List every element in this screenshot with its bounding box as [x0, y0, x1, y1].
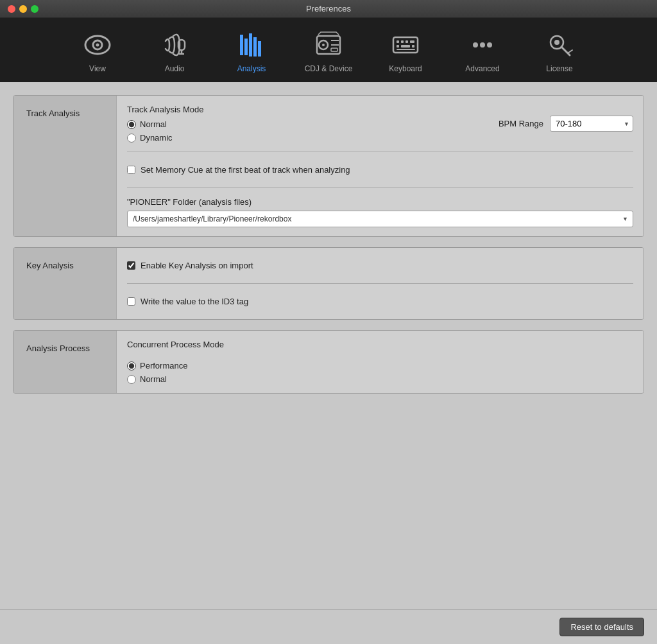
svg-rect-7: [244, 39, 248, 55]
license-icon: [545, 30, 574, 60]
radio-process-normal[interactable]: [127, 375, 136, 384]
radio-dynamic-label[interactable]: Dynamic: [127, 133, 203, 143]
svg-point-13: [322, 44, 325, 46]
svg-rect-18: [397, 40, 399, 43]
toolbar-item-advanced[interactable]: Advanced: [444, 26, 521, 77]
key-analysis-content: Enable Key Analysis on import Write the …: [116, 248, 644, 319]
svg-point-28: [487, 42, 492, 48]
toolbar-item-view[interactable]: View: [59, 26, 136, 77]
audio-label: Audio: [165, 64, 185, 73]
divider-3: [127, 283, 633, 284]
bottom-bar: Reset to defaults: [0, 609, 657, 644]
track-analysis-label: Track Analysis: [13, 96, 116, 236]
title-bar: Preferences: [0, 0, 657, 18]
svg-rect-16: [331, 48, 337, 51]
memory-cue-checkbox[interactable]: [127, 166, 135, 174]
toolbar-item-keyboard[interactable]: Keyboard: [367, 26, 444, 77]
svg-rect-6: [240, 35, 243, 55]
svg-rect-23: [401, 45, 410, 48]
radio-performance-label[interactable]: Performance: [127, 361, 633, 370]
svg-rect-20: [405, 40, 408, 43]
mode-radios: Normal Dynamic: [127, 119, 203, 143]
analysis-process-content: Concurrent Process Mode Performance Norm…: [116, 331, 644, 393]
maximize-button[interactable]: [31, 5, 38, 13]
svg-rect-10: [258, 41, 261, 57]
toolbar-item-audio[interactable]: Audio: [136, 26, 213, 77]
window-controls[interactable]: [8, 5, 38, 13]
toolbar-item-cdj[interactable]: CDJ & Device: [290, 26, 367, 77]
process-radios: Performance Normal: [127, 361, 633, 384]
window-title: Preferences: [306, 4, 351, 13]
svg-rect-24: [412, 45, 414, 48]
concurrent-mode-title: Concurrent Process Mode: [127, 340, 633, 349]
close-button[interactable]: [8, 5, 15, 13]
enable-key-label[interactable]: Enable Key Analysis on import: [127, 257, 633, 274]
divider-1: [127, 152, 633, 152]
svg-point-2: [96, 44, 99, 47]
toolbar: View Audio Analysis: [0, 18, 657, 82]
track-analysis-section: Track Analysis Track Analysis Mode Norma…: [13, 95, 644, 237]
folder-path-wrapper: /Users/jameshartley/Library/Pioneer/reko…: [127, 211, 633, 227]
key-analysis-label: Key Analysis: [13, 248, 116, 319]
analysis-process-label: Analysis Process: [13, 331, 116, 393]
id3-tag-label[interactable]: Write the value to the ID3 tag: [127, 293, 633, 310]
svg-rect-21: [410, 40, 414, 43]
radio-performance[interactable]: [127, 361, 136, 370]
svg-rect-9: [253, 37, 257, 57]
reset-button[interactable]: Reset to defaults: [559, 618, 644, 636]
mode-group: Track Analysis Mode Normal Dynamic: [127, 105, 203, 143]
memory-cue-label[interactable]: Set Memory Cue at the first beat of trac…: [127, 161, 633, 178]
view-icon: [83, 30, 112, 60]
content-area: Track Analysis Track Analysis Mode Norma…: [0, 82, 657, 644]
radio-process-normal-text: Normal: [140, 374, 167, 384]
bpm-range-select[interactable]: 70-180 60-200 40-240: [550, 116, 633, 132]
enable-key-checkbox[interactable]: [127, 261, 135, 270]
bpm-group: BPM Range 70-180 60-200 40-240: [499, 116, 633, 132]
audio-icon: [160, 30, 189, 60]
enable-key-text: Enable Key Analysis on import: [141, 261, 253, 270]
analysis-process-section: Analysis Process Concurrent Process Mode…: [13, 330, 644, 394]
memory-cue-text: Set Memory Cue at the first beat of trac…: [141, 165, 350, 175]
mode-row: Track Analysis Mode Normal Dynamic BPM R: [127, 105, 633, 143]
view-label: View: [89, 64, 106, 73]
radio-performance-text: Performance: [140, 361, 187, 370]
svg-point-27: [480, 42, 485, 48]
svg-point-30: [554, 40, 559, 45]
advanced-icon: [468, 30, 497, 60]
radio-normal[interactable]: [127, 120, 136, 129]
folder-path[interactable]: /Users/jameshartley/Library/Pioneer/reko…: [127, 211, 633, 227]
id3-tag-text: Write the value to the ID3 tag: [141, 297, 248, 306]
track-analysis-content: Track Analysis Mode Normal Dynamic BPM R: [116, 96, 644, 236]
id3-tag-checkbox[interactable]: [127, 297, 135, 306]
bpm-select-wrapper: 70-180 60-200 40-240: [550, 116, 633, 132]
license-label: License: [546, 64, 572, 73]
advanced-label: Advanced: [465, 64, 499, 73]
analysis-label: Analysis: [237, 64, 266, 73]
minimize-button[interactable]: [19, 5, 27, 13]
svg-point-26: [473, 42, 478, 48]
analysis-icon: [237, 30, 266, 60]
radio-normal-label[interactable]: Normal: [127, 119, 203, 129]
bpm-range-label: BPM Range: [499, 119, 543, 128]
radio-dynamic[interactable]: [127, 134, 136, 143]
svg-line-31: [561, 47, 570, 55]
mode-title: Track Analysis Mode: [127, 105, 203, 114]
key-analysis-section: Key Analysis Enable Key Analysis on impo…: [13, 247, 644, 320]
cdj-label: CDJ & Device: [305, 64, 353, 73]
keyboard-label: Keyboard: [389, 64, 422, 73]
radio-process-normal-label[interactable]: Normal: [127, 374, 633, 384]
svg-rect-19: [401, 40, 404, 43]
divider-2: [127, 187, 633, 188]
folder-title: "PIONEER" Folder (analysis files): [127, 197, 633, 207]
toolbar-item-analysis[interactable]: Analysis: [213, 26, 290, 77]
radio-dynamic-text: Dynamic: [140, 133, 173, 143]
toolbar-item-license[interactable]: License: [521, 26, 598, 77]
keyboard-icon: [391, 30, 420, 60]
svg-rect-8: [249, 33, 252, 57]
folder-group: "PIONEER" Folder (analysis files) /Users…: [127, 197, 633, 227]
cdj-icon: [314, 30, 343, 60]
radio-normal-text: Normal: [140, 119, 167, 129]
svg-rect-22: [397, 45, 399, 48]
svg-line-32: [568, 50, 572, 53]
